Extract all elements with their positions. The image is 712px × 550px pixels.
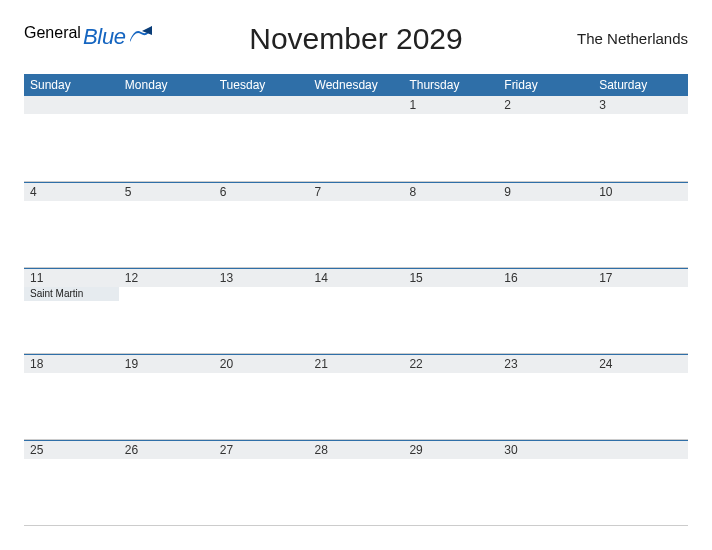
date-number: .: [593, 441, 688, 459]
date-number: 18: [24, 355, 119, 373]
dow-label: Friday: [498, 74, 593, 96]
day-cell: 17: [593, 269, 688, 353]
day-cell: 26: [119, 441, 214, 525]
day-cell: 20: [214, 355, 309, 439]
date-number: 17: [593, 269, 688, 287]
calendar-page: General Blue November 2029 The Netherlan…: [0, 0, 712, 526]
date-number: 13: [214, 269, 309, 287]
date-number: 6: [214, 183, 309, 201]
day-cell: 9: [498, 183, 593, 267]
date-number: 21: [309, 355, 404, 373]
week-row: 252627282930.: [24, 440, 688, 526]
date-number: 16: [498, 269, 593, 287]
date-number: 25: [24, 441, 119, 459]
day-cell: 4: [24, 183, 119, 267]
dow-label: Monday: [119, 74, 214, 96]
date-number: .: [24, 96, 119, 114]
date-number: 20: [214, 355, 309, 373]
day-cell: 12: [119, 269, 214, 353]
date-number: 26: [119, 441, 214, 459]
dow-label: Sunday: [24, 74, 119, 96]
week-row: 45678910: [24, 182, 688, 268]
dow-label: Tuesday: [214, 74, 309, 96]
day-cell: .: [214, 96, 309, 181]
week-row: ....123: [24, 96, 688, 182]
day-cell: 24: [593, 355, 688, 439]
day-cell: 18: [24, 355, 119, 439]
date-number: 5: [119, 183, 214, 201]
date-number: 12: [119, 269, 214, 287]
date-number: 11: [24, 269, 119, 287]
date-number: 22: [403, 355, 498, 373]
date-number: 28: [309, 441, 404, 459]
date-number: 9: [498, 183, 593, 201]
day-cell: .: [309, 96, 404, 181]
day-cell: 14: [309, 269, 404, 353]
day-cell: 6: [214, 183, 309, 267]
day-of-week-header: Sunday Monday Tuesday Wednesday Thursday…: [24, 74, 688, 96]
calendar-grid: Sunday Monday Tuesday Wednesday Thursday…: [24, 74, 688, 526]
date-number: 23: [498, 355, 593, 373]
day-cell: 3: [593, 96, 688, 181]
day-cell: 7: [309, 183, 404, 267]
day-cell: 15: [403, 269, 498, 353]
header: General Blue November 2029 The Netherlan…: [24, 18, 688, 74]
date-number: 19: [119, 355, 214, 373]
date-number: 30: [498, 441, 593, 459]
day-cell: 10: [593, 183, 688, 267]
day-cell: 11Saint Martin: [24, 269, 119, 353]
day-cell: 21: [309, 355, 404, 439]
date-number: 3: [593, 96, 688, 114]
day-cell: 23: [498, 355, 593, 439]
date-number: 1: [403, 96, 498, 114]
region-label: The Netherlands: [577, 30, 688, 47]
week-row: 11Saint Martin121314151617: [24, 268, 688, 354]
day-cell: 2: [498, 96, 593, 181]
holiday-label: Saint Martin: [24, 287, 119, 301]
date-number: .: [119, 96, 214, 114]
day-cell: 28: [309, 441, 404, 525]
date-number: 2: [498, 96, 593, 114]
day-cell: .: [24, 96, 119, 181]
day-cell: 30: [498, 441, 593, 525]
day-cell: 8: [403, 183, 498, 267]
day-cell: 27: [214, 441, 309, 525]
date-number: .: [214, 96, 309, 114]
date-number: 8: [403, 183, 498, 201]
date-number: 7: [309, 183, 404, 201]
date-number: 27: [214, 441, 309, 459]
day-cell: 25: [24, 441, 119, 525]
date-number: 4: [24, 183, 119, 201]
day-cell: 5: [119, 183, 214, 267]
day-cell: .: [119, 96, 214, 181]
date-number: 10: [593, 183, 688, 201]
day-cell: 16: [498, 269, 593, 353]
date-number: 24: [593, 355, 688, 373]
week-row: 18192021222324: [24, 354, 688, 440]
date-number: 29: [403, 441, 498, 459]
dow-label: Wednesday: [309, 74, 404, 96]
weeks-container: ....1234567891011Saint Martin12131415161…: [24, 96, 688, 526]
day-cell: 29: [403, 441, 498, 525]
day-cell: 19: [119, 355, 214, 439]
dow-label: Saturday: [593, 74, 688, 96]
day-cell: 13: [214, 269, 309, 353]
day-cell: 22: [403, 355, 498, 439]
date-number: 14: [309, 269, 404, 287]
date-number: .: [309, 96, 404, 114]
date-number: 15: [403, 269, 498, 287]
day-cell: 1: [403, 96, 498, 181]
dow-label: Thursday: [403, 74, 498, 96]
day-cell: .: [593, 441, 688, 525]
